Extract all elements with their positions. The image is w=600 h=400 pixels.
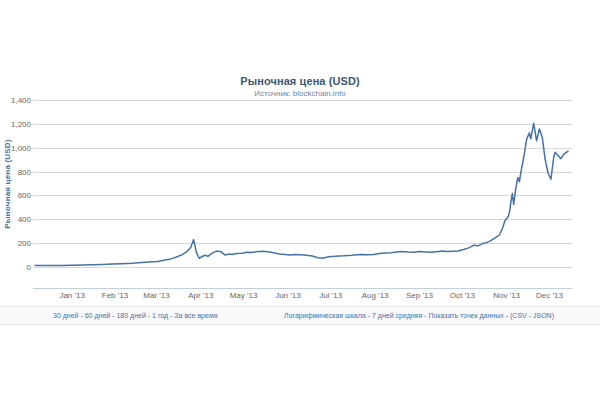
gridlines <box>33 101 572 268</box>
y-tick-label: 0 <box>27 263 32 272</box>
csv-export-link[interactable]: CSV <box>512 312 526 319</box>
x-tick-label: Oct '13 <box>450 291 476 300</box>
range-all-time-link[interactable]: За все время <box>174 312 217 319</box>
show-data-points-link[interactable]: Показать точек данных <box>428 312 503 319</box>
y-tick-label: 400 <box>18 215 32 224</box>
seven-day-average-link[interactable]: 7 дней средняя <box>372 312 422 319</box>
x-tick-label: Jan '13 <box>59 291 85 300</box>
plot-area: Рыночная цена (USD) 02004006008001,0001,… <box>0 0 600 306</box>
x-tick-label: Nov '13 <box>493 291 520 300</box>
chart-option-links: Логарифмическая шкала - 7 дней средняя -… <box>284 312 554 319</box>
x-axis-labels: Jan '13Feb '13Mar '13Apr '13May '13Jun '… <box>59 291 563 300</box>
json-export-link[interactable]: JSON <box>533 312 552 319</box>
range-1-year-link[interactable]: 1 год <box>152 312 168 319</box>
x-tick-label: Apr '13 <box>188 291 214 300</box>
x-tick-label: Sep '13 <box>406 291 433 300</box>
time-range-links: 30 дней - 60 дней - 180 дней - 1 год - З… <box>53 312 218 319</box>
chart-footer-toolbar: 30 дней - 60 дней - 180 дней - 1 год - З… <box>0 306 600 325</box>
x-tick-label: May '13 <box>230 291 258 300</box>
x-tick-label: Jun '13 <box>275 291 301 300</box>
log-scale-link[interactable]: Логарифмическая шкала <box>284 312 366 319</box>
x-tick-label: Mar '13 <box>143 291 170 300</box>
page: Рыночная цена (USD) Источник: blockchain… <box>0 0 600 400</box>
export-paren-close: ) <box>552 312 554 319</box>
y-tick-label: 600 <box>18 191 32 200</box>
y-tick-label: 200 <box>18 239 32 248</box>
x-tick-label: Feb '13 <box>102 291 129 300</box>
x-tick-label: Aug '13 <box>362 291 389 300</box>
y-axis-labels: 02004006008001,0001,2001,400 <box>11 96 32 272</box>
y-tick-label: 800 <box>18 168 32 177</box>
price-line-series <box>35 123 568 265</box>
y-tick-label: 1,400 <box>11 96 32 105</box>
range-30-days-link[interactable]: 30 дней <box>53 312 78 319</box>
range-180-days-link[interactable]: 180 дней <box>116 312 145 319</box>
y-tick-label: 1,200 <box>11 120 32 129</box>
range-60-days-link[interactable]: 60 дней <box>85 312 110 319</box>
y-tick-label: 1,000 <box>11 144 32 153</box>
x-tick-label: Dec '13 <box>536 291 563 300</box>
x-tick-label: Jul '13 <box>319 291 342 300</box>
